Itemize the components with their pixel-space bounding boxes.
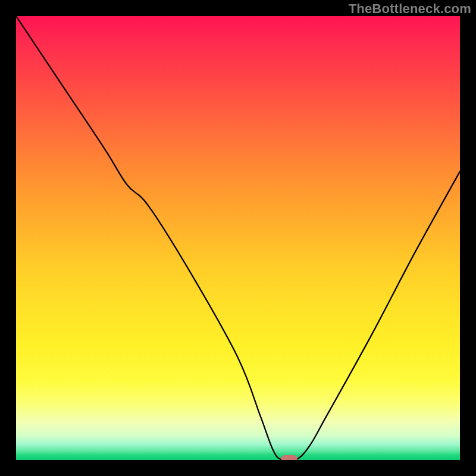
plot-area <box>16 16 460 460</box>
optimum-marker <box>281 455 298 460</box>
curve-path <box>16 16 460 460</box>
watermark-text: TheBottleneck.com <box>349 1 471 17</box>
chart-frame: TheBottleneck.com <box>0 0 476 476</box>
bottleneck-curve <box>16 16 460 460</box>
